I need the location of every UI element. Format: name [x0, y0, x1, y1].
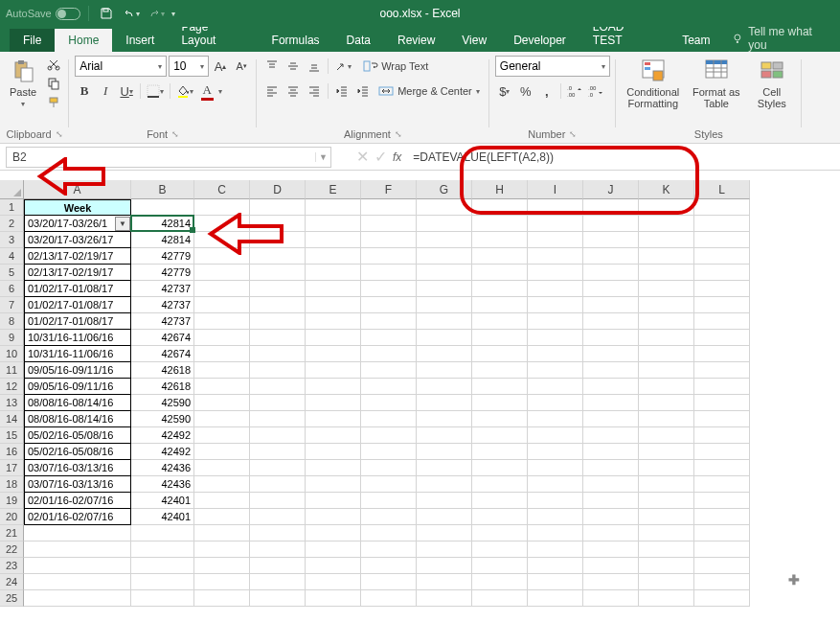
row-header[interactable]: 25	[0, 590, 24, 607]
row-header[interactable]: 24	[0, 574, 24, 590]
cell[interactable]	[361, 265, 417, 281]
cell[interactable]	[472, 346, 528, 362]
cell[interactable]	[250, 590, 306, 607]
cell[interactable]	[528, 313, 583, 330]
qat-customize-icon[interactable]: ▾	[171, 10, 175, 18]
cell[interactable]	[306, 460, 361, 476]
cell[interactable]	[528, 444, 583, 460]
cell[interactable]	[528, 574, 583, 590]
cell[interactable]: 42618	[131, 362, 194, 379]
cell[interactable]	[250, 411, 306, 427]
cell[interactable]	[528, 427, 583, 444]
cell[interactable]	[417, 330, 472, 346]
cell[interactable]	[694, 493, 750, 509]
cell[interactable]	[194, 590, 250, 607]
cell[interactable]	[583, 362, 639, 379]
cell[interactable]	[194, 444, 250, 460]
cell[interactable]	[250, 379, 306, 395]
column-header[interactable]: C	[194, 180, 250, 199]
cell[interactable]	[361, 330, 417, 346]
cell[interactable]	[639, 558, 694, 574]
cell[interactable]	[472, 297, 528, 313]
cell[interactable]	[24, 590, 131, 607]
cell[interactable]: 42590	[131, 411, 194, 427]
cell[interactable]	[306, 330, 361, 346]
row-header[interactable]: 22	[0, 541, 24, 558]
cell[interactable]: 01/02/17-01/08/17	[24, 297, 131, 313]
font-name-select[interactable]: Arial▾	[75, 56, 167, 77]
tell-me-search[interactable]: Tell me what you	[723, 25, 840, 52]
cell[interactable]: 02/01/16-02/07/16	[24, 493, 131, 509]
cell[interactable]	[417, 476, 472, 493]
cell[interactable]	[417, 493, 472, 509]
cell[interactable]	[24, 574, 131, 590]
cell[interactable]	[194, 379, 250, 395]
cell[interactable]	[417, 541, 472, 558]
name-box-dropdown[interactable]: ▼	[315, 152, 330, 162]
spreadsheet-grid[interactable]: ABCDEFGHIJKL 1Week203/20/17-03/26/142814…	[0, 180, 840, 607]
row-header[interactable]: 18	[0, 476, 24, 493]
cell[interactable]	[639, 346, 694, 362]
cell[interactable]	[361, 199, 417, 216]
row-header[interactable]: 15	[0, 427, 24, 444]
cell[interactable]	[472, 248, 528, 265]
cell[interactable]	[361, 574, 417, 590]
row-header[interactable]: 13	[0, 395, 24, 411]
tab-view[interactable]: View	[448, 29, 500, 52]
cell[interactable]	[361, 476, 417, 493]
cell[interactable]	[417, 265, 472, 281]
cell[interactable]	[528, 297, 583, 313]
row-header[interactable]: 12	[0, 379, 24, 395]
cell[interactable]	[250, 346, 306, 362]
cell[interactable]	[306, 574, 361, 590]
cell[interactable]	[472, 444, 528, 460]
cell[interactable]	[417, 444, 472, 460]
cell[interactable]: 42737	[131, 313, 194, 330]
cell[interactable]	[472, 281, 528, 297]
cell[interactable]	[306, 427, 361, 444]
cell[interactable]	[417, 248, 472, 265]
cell[interactable]	[24, 541, 131, 558]
cell[interactable]	[528, 265, 583, 281]
cell[interactable]	[639, 574, 694, 590]
cell[interactable]	[639, 460, 694, 476]
cell[interactable]	[528, 493, 583, 509]
cell[interactable]	[306, 216, 361, 232]
cell[interactable]	[583, 199, 639, 216]
cell[interactable]	[194, 265, 250, 281]
cell[interactable]	[694, 248, 750, 265]
autosave-toggle[interactable]: AutoSave	[6, 8, 80, 20]
cell[interactable]	[472, 509, 528, 525]
cell[interactable]	[417, 362, 472, 379]
cell[interactable]	[250, 525, 306, 541]
cell[interactable]	[694, 590, 750, 607]
align-center-button[interactable]	[284, 81, 303, 102]
cell[interactable]	[639, 313, 694, 330]
cell[interactable]	[639, 444, 694, 460]
column-header[interactable]: E	[306, 180, 361, 199]
cell[interactable]	[583, 444, 639, 460]
cell[interactable]	[583, 379, 639, 395]
cell[interactable]	[528, 476, 583, 493]
cell[interactable]	[472, 427, 528, 444]
cell[interactable]	[306, 509, 361, 525]
column-header[interactable]: J	[583, 180, 639, 199]
cell[interactable]	[472, 199, 528, 216]
cell[interactable]	[472, 460, 528, 476]
cell[interactable]	[306, 379, 361, 395]
tab-home[interactable]: Home	[55, 29, 112, 52]
undo-button[interactable]: ▾	[122, 5, 141, 22]
row-header[interactable]: 14	[0, 411, 24, 427]
align-left-button[interactable]	[262, 81, 282, 102]
cell[interactable]	[250, 427, 306, 444]
cell[interactable]	[361, 525, 417, 541]
cell[interactable]	[194, 313, 250, 330]
cell[interactable]	[639, 525, 694, 541]
cell[interactable]	[639, 216, 694, 232]
format-as-table-button[interactable]: Format as Table	[689, 56, 744, 111]
cell[interactable]: 01/02/17-01/08/17	[24, 281, 131, 297]
cell[interactable]	[131, 558, 194, 574]
italic-button[interactable]: I	[96, 81, 115, 102]
cell[interactable]	[639, 541, 694, 558]
cell[interactable]	[417, 509, 472, 525]
